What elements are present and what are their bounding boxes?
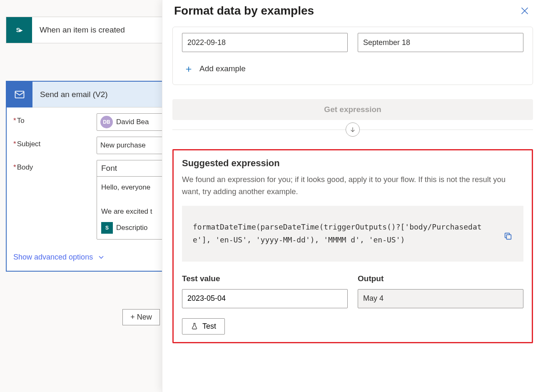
- panel-title: Format data by examples: [174, 4, 314, 17]
- svg-rect-0: [15, 91, 24, 97]
- sharepoint-icon: S▸: [6, 17, 32, 43]
- trigger-title: When an item is created: [32, 25, 125, 35]
- plus-icon: ＋: [184, 62, 194, 75]
- new-step-button[interactable]: + New: [122, 309, 160, 325]
- suggested-heading: Suggested expression: [182, 158, 523, 169]
- subject-label: *Subject: [13, 137, 97, 148]
- action-title: Send an email (V2): [32, 90, 108, 99]
- copy-button[interactable]: [503, 221, 513, 242]
- test-value-label: Test value: [182, 274, 348, 283]
- example-input[interactable]: [182, 33, 348, 52]
- expression-code: formatDateTime(parseDateTime(triggerOutp…: [193, 221, 496, 246]
- examples-card: ＋ Add example: [172, 27, 533, 85]
- close-button[interactable]: [518, 4, 531, 17]
- add-example-button[interactable]: ＋ Add example: [182, 62, 523, 75]
- output-value: May 4: [358, 289, 523, 308]
- suggested-expression-card: Suggested expression We found an express…: [172, 149, 533, 343]
- down-arrow-icon: [346, 122, 360, 137]
- outlook-icon: [7, 82, 32, 107]
- get-expression-button[interactable]: Get expression: [172, 99, 533, 120]
- format-data-panel: Format data by examples ＋ Add example Ge…: [162, 0, 543, 392]
- flask-icon: [191, 322, 198, 330]
- to-label: *To: [13, 113, 97, 125]
- sharepoint-token-icon: S: [101, 222, 113, 234]
- svg-rect-1: [506, 235, 511, 240]
- output-label: Output: [358, 274, 523, 283]
- avatar: DB: [100, 116, 113, 128]
- body-label: *Body: [13, 160, 97, 172]
- description-token[interactable]: S Descriptio: [101, 222, 148, 234]
- example-output[interactable]: [358, 33, 523, 52]
- contact-name: David Bea: [116, 118, 149, 126]
- test-value-input[interactable]: [182, 289, 348, 308]
- test-button[interactable]: Test: [182, 318, 225, 335]
- suggested-description: We found an expression for you; if it lo…: [182, 174, 523, 197]
- contact-pill[interactable]: DB David Bea: [100, 116, 149, 128]
- chevron-down-icon: [98, 254, 105, 260]
